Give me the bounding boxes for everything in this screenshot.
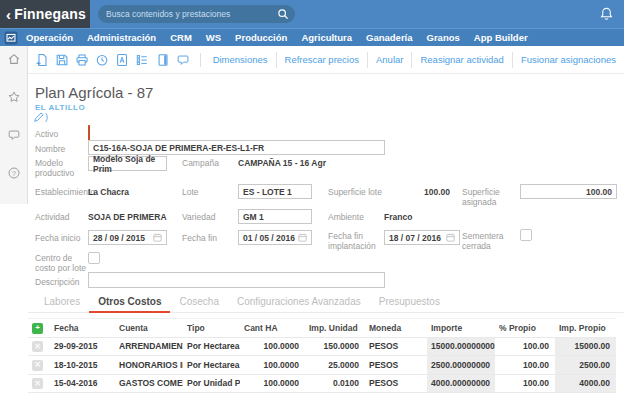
menu-item[interactable]: WS [206,32,221,43]
cell-imp-propio: 4000.00 [555,374,616,393]
fecha-inicio-input[interactable]: 28 / 09 / 2015 [88,230,167,245]
search-input[interactable]: Busca contenidos y prestaciones [98,5,295,23]
history-icon[interactable] [95,52,109,68]
delete-row-icon[interactable]: ✕ [32,378,43,389]
cell-cuenta[interactable]: HONORARIOS IN... [115,356,183,375]
delete-row-icon[interactable]: ✕ [32,341,43,352]
cell-cant-ha[interactable]: 100.0000 [240,374,305,393]
tab[interactable]: Configuraciones Avanzadas [228,293,370,313]
col-header-pct-propio[interactable]: % Propio [495,319,555,338]
menu-item[interactable]: Granos [427,32,460,43]
cell-cant-ha[interactable]: 100.0000 [240,337,305,356]
toolbar-button[interactable]: Fusionar asignaciones [512,52,624,68]
descripcion-label: Descripción [35,277,79,287]
table-row[interactable]: ✕ 15-04-2016 GASTOS COMERC... Por Unidad… [28,374,616,393]
cell-moneda[interactable]: PESOS [365,356,427,375]
menubar: OperaciónAdministraciónCRMWSProducciónAg… [0,28,624,46]
sementera-cerrada-checkbox[interactable] [520,229,532,241]
menu-item[interactable]: Producción [235,32,287,43]
fecha-fin-implantacion-input[interactable]: 18 / 07 / 2016 [384,230,460,245]
lote-input[interactable]: ES - LOTE 1 [238,184,312,199]
star-icon[interactable] [6,90,22,104]
table-header-row: + Fecha Cuenta Tipo Cant HA Imp. Unidad … [28,319,616,338]
ambiente-value: Franco [384,212,412,222]
cell-imp-unidad[interactable]: 0.0100 [305,374,365,393]
fecha-inicio-label: Fecha inicio [35,233,80,243]
ambiente-label: Ambiente [328,212,364,222]
comment-icon[interactable] [176,52,190,68]
col-header-importe[interactable]: Importe [427,319,495,338]
save-icon[interactable] [55,52,69,68]
cell-fecha[interactable]: 18-10-2015 [50,356,115,375]
comment-icon[interactable] [6,128,22,142]
menu-item[interactable]: Administración [87,32,156,43]
cell-pct-propio[interactable]: 100.00 [495,337,555,356]
cell-imp-unidad[interactable]: 25.0000 [305,356,365,375]
modelo-productivo-input[interactable]: Modelo Soja de Prim [88,156,167,171]
app-logo[interactable]: ‹ Finnegans [0,0,90,28]
fecha-fin-implantacion-value: 18 / 07 / 2016 [389,233,441,243]
table-row[interactable]: ✕ 18-10-2015 HONORARIOS IN... Por Hectar… [28,356,616,375]
centro-de-costo-checkbox[interactable] [88,252,100,264]
actividad-label: Actividad [35,212,70,222]
col-header-moneda[interactable]: Moneda [365,319,427,338]
superficie-asignada-label: Superficie asignada [462,187,514,207]
tab[interactable]: Labores [35,293,89,313]
print-icon[interactable] [75,52,89,68]
cell-imp-unidad[interactable]: 150.0000 [305,337,365,356]
toolbar-button[interactable]: Refrescar precios [276,52,367,68]
col-header-cuenta[interactable]: Cuenta [115,319,183,338]
cell-pct-propio[interactable]: 100.00 [495,356,555,375]
menu-item[interactable]: App Builder [474,32,528,43]
cell-pct-propio[interactable]: 100.00 [495,374,555,393]
tab[interactable]: Cosecha [170,293,227,313]
home-icon[interactable] [6,52,22,66]
tab[interactable]: Presupuestos [370,293,449,313]
cell-fecha[interactable]: 29-09-2015 [50,337,115,356]
cell-tipo[interactable]: Por Unidad Produc... [183,374,240,393]
cell-moneda[interactable]: PESOS [365,374,427,393]
toolbar-button[interactable]: Dimensiones [205,52,276,68]
tab[interactable]: Otros Costos [89,293,170,313]
toolbar-button[interactable]: Anular [367,52,411,68]
notifications-bell-icon[interactable] [599,6,614,26]
table-row[interactable]: ✕ 29-09-2015 ARRENDAMIENTO ... Por Hecta… [28,337,616,356]
menu-item[interactable]: Ganadería [366,32,412,43]
cell-tipo[interactable]: Por Hectarea [183,356,240,375]
new-document-icon[interactable] [35,52,49,68]
col-header-tipo[interactable]: Tipo [183,319,240,338]
variedad-input[interactable]: GM 1 [238,209,312,224]
back-chevron-icon: ‹ [6,6,11,23]
fecha-fin-input[interactable]: 01 / 05 / 2016 [238,230,312,245]
cell-fecha[interactable]: 15-04-2016 [50,374,115,393]
cell-cuenta[interactable]: ARRENDAMIENTO ... [115,337,183,356]
toolbar-button[interactable]: Reasignar actividad [411,52,511,68]
menu-item[interactable]: CRM [170,32,192,43]
col-header-cant-ha[interactable]: Cant HA [240,319,305,338]
cell-moneda[interactable]: PESOS [365,337,427,356]
cell-cant-ha[interactable]: 100.0000 [240,356,305,375]
report-icon[interactable] [156,52,170,68]
menu-item[interactable]: Operación [26,32,73,43]
svg-text:?: ? [12,170,16,177]
app-logo-text: Finnegans [14,6,86,22]
add-row-icon[interactable]: + [32,323,43,334]
col-header-imp-unidad[interactable]: Imp. Unidad [305,319,365,338]
superficie-asignada-input[interactable]: 100.00 [520,184,617,199]
help-icon[interactable]: ? [6,166,22,180]
edit-icon[interactable]: ) [33,111,48,123]
cell-imp-propio: 2500.00 [555,356,616,375]
workspace-icon[interactable] [4,31,18,45]
document-a-icon[interactable] [115,52,129,68]
menu-item[interactable]: Agricultura [301,32,352,43]
superficie-lote-value: 100.00 [384,187,450,197]
cell-tipo[interactable]: Por Hectarea [183,337,240,356]
cell-cuenta[interactable]: GASTOS COMERC... [115,374,183,393]
col-header-imp-propio[interactable]: Imp. Propio [555,319,616,338]
col-header-fecha[interactable]: Fecha [50,319,115,338]
nombre-label: Nombre [35,144,65,154]
checklist-icon[interactable] [135,52,149,68]
sementera-cerrada-label: Sementera cerrada [462,231,514,251]
descripcion-input[interactable] [88,272,385,288]
delete-row-icon[interactable]: ✕ [32,360,43,371]
